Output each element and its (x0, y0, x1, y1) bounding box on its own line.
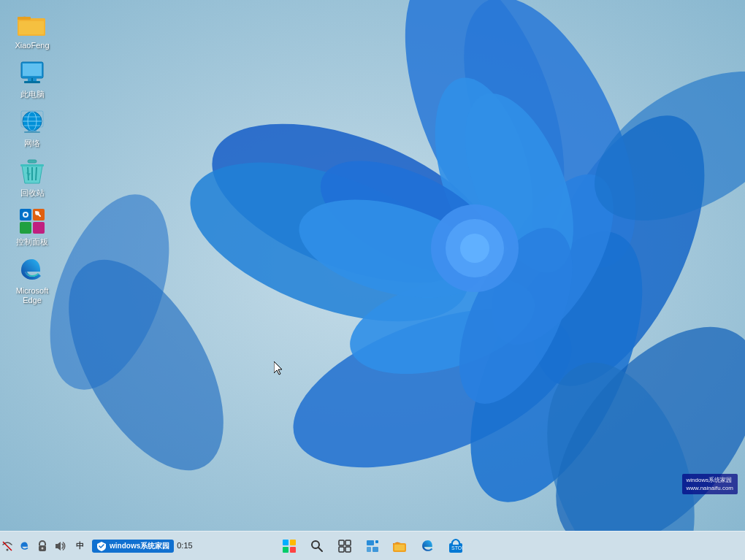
svg-text:STORE: STORE (451, 545, 463, 551)
this-pc-label: 此电脑 (20, 90, 45, 99)
widgets-button[interactable] (359, 533, 386, 559)
windows-security-area[interactable]: windows系统家园 (92, 540, 174, 553)
wallpaper (0, 0, 745, 531)
network-icon (18, 108, 47, 137)
system-tray: 中 windows系统家园 0:15 (0, 539, 196, 553)
svg-rect-56 (290, 547, 296, 553)
svg-rect-64 (367, 547, 371, 552)
svg-rect-25 (19, 21, 44, 34)
svg-rect-60 (345, 540, 351, 545)
desktop: XiaoFeng 此电脑 (0, 0, 745, 531)
recycle-bin-label: 回收站 (20, 188, 45, 198)
desktop-icon-recycle-bin[interactable]: 回收站 (6, 155, 58, 201)
shield-icon (96, 541, 107, 551)
svg-rect-65 (375, 540, 378, 543)
security-label: windows系统家园 (110, 541, 169, 551)
svg-line-58 (318, 548, 322, 551)
store-button[interactable]: STORE (443, 533, 469, 559)
start-button[interactable] (276, 533, 302, 559)
svg-rect-63 (367, 540, 374, 545)
lock-icon[interactable] (35, 539, 50, 553)
svg-line-44 (36, 167, 37, 180)
desktop-icons-column: XiaoFeng 此电脑 (6, 7, 58, 308)
svg-rect-70 (453, 543, 459, 545)
svg-rect-41 (28, 160, 37, 163)
clock-time: 0:15 (177, 540, 192, 551)
svg-rect-40 (20, 164, 44, 166)
edge-tray-icon[interactable] (18, 539, 32, 553)
svg-point-17 (460, 234, 489, 263)
edge-icon (18, 256, 47, 285)
control-panel-icon (18, 207, 47, 236)
xiaofeng-label: XiaoFeng (15, 41, 49, 50)
desktop-icon-network[interactable]: 网络 (6, 105, 58, 151)
svg-rect-39 (24, 131, 40, 133)
svg-rect-48 (33, 222, 45, 234)
watermark-line1: windows系统家园 (687, 476, 733, 484)
taskbar: STORE (0, 531, 745, 560)
svg-rect-26 (18, 17, 31, 20)
language-icon[interactable]: 中 (70, 539, 89, 553)
svg-rect-55 (283, 547, 289, 553)
file-explorer-button[interactable] (387, 533, 413, 559)
svg-rect-28 (23, 64, 42, 76)
desktop-icon-edge[interactable]: MicrosoftEdge (6, 253, 58, 308)
svg-rect-68 (394, 545, 405, 551)
svg-rect-61 (339, 547, 344, 552)
svg-rect-66 (372, 547, 378, 552)
svg-rect-59 (339, 540, 344, 545)
task-view-button[interactable] (332, 533, 358, 559)
taskbar-center-icons: STORE (276, 533, 469, 559)
recycle-icon (18, 158, 47, 187)
svg-point-73 (7, 548, 9, 551)
svg-rect-38 (28, 129, 37, 131)
svg-rect-47 (20, 222, 31, 234)
control-panel-label: 控制面板 (16, 237, 48, 247)
desktop-icon-xiaofeng[interactable]: XiaoFeng (6, 7, 58, 53)
edge-desktop-label: MicrosoftEdge (16, 286, 49, 305)
svg-rect-53 (283, 540, 289, 545)
svg-point-50 (24, 213, 27, 216)
svg-point-75 (42, 547, 44, 549)
desktop-icon-this-pc[interactable]: 此电脑 (6, 56, 58, 102)
network-label: 网络 (24, 139, 40, 148)
svg-rect-62 (345, 547, 351, 552)
computer-icon (18, 59, 47, 88)
system-clock[interactable]: 0:15 (177, 540, 192, 551)
edge-taskbar-button[interactable] (415, 533, 441, 559)
svg-rect-30 (24, 81, 40, 83)
watermark-line2: www.nainaifu.com (687, 484, 733, 492)
wifi-disabled-icon[interactable] (0, 539, 15, 553)
folder-icon (18, 10, 47, 39)
sound-icon[interactable] (53, 539, 67, 553)
desktop-icon-control-panel[interactable]: 控制面板 (6, 204, 58, 250)
search-button[interactable] (304, 533, 330, 559)
windows-watermark: windows系统家园 www.nainaifu.com (682, 474, 738, 494)
svg-rect-54 (290, 540, 296, 545)
